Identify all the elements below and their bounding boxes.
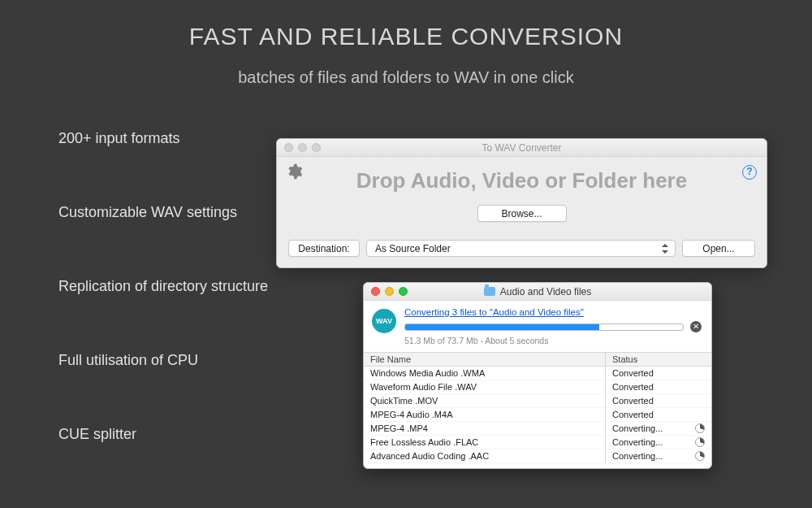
cell-filename: Advanced Audio Coding .AAC <box>364 449 606 462</box>
destination-select[interactable]: As Source Folder <box>366 240 676 257</box>
file-table: File Name Status Windows Media Audio .WM… <box>364 352 711 463</box>
help-icon[interactable]: ? <box>742 165 757 180</box>
feature-item: Full utilisation of CPU <box>58 352 268 369</box>
progress-window: Audio and Video files WAV Converting 3 f… <box>363 282 712 469</box>
cell-status: Converted <box>606 394 711 407</box>
folder-icon <box>484 287 495 296</box>
progress-bar-fill <box>405 324 599 330</box>
col-header-filename[interactable]: File Name <box>364 353 606 366</box>
chevron-updown-icon <box>662 245 668 252</box>
feature-item: CUE splitter <box>58 426 268 443</box>
progress-window-titlebar: Audio and Video files <box>364 283 711 301</box>
table-row[interactable]: QuickTime .MOVConverted <box>364 394 711 408</box>
destination-value: As Source Folder <box>375 243 451 254</box>
feature-item: Replication of directory structure <box>58 278 268 295</box>
feature-list: 200+ input formats Customizable WAV sett… <box>58 130 268 443</box>
table-row[interactable]: MPEG-4 Audio .M4AConverted <box>364 408 711 422</box>
table-row[interactable]: Free Lossless Audio .FLACConverting... <box>364 436 711 449</box>
destination-button[interactable]: Destination: <box>288 240 360 257</box>
progress-bar <box>404 323 684 331</box>
progress-text: 51.3 Mb of 73.7 Mb - About 5 seconds <box>404 336 702 345</box>
browse-button[interactable]: Browse... <box>477 205 567 222</box>
wav-badge-icon: WAV <box>372 309 396 333</box>
cell-filename: Waveform Audio File .WAV <box>364 380 606 393</box>
cancel-icon[interactable]: ✕ <box>690 321 702 332</box>
feature-item: 200+ input formats <box>58 130 268 147</box>
spinner-icon <box>695 423 705 433</box>
cell-filename: MPEG-4 Audio .M4A <box>364 408 606 421</box>
spinner-icon <box>695 451 705 461</box>
progress-window-title: Audio and Video files <box>500 286 592 297</box>
feature-item: Customizable WAV settings <box>58 204 268 221</box>
cell-filename: QuickTime .MOV <box>364 394 606 407</box>
gear-icon[interactable] <box>287 163 303 180</box>
table-row[interactable]: Waveform Audio File .WAVConverted <box>364 380 711 394</box>
drop-window-title: To WAV Converter <box>277 142 767 154</box>
col-header-status[interactable]: Status <box>606 353 711 366</box>
cell-status: Converting... <box>606 422 711 435</box>
drop-instruction: Drop Audio, Video or Folder here <box>288 168 755 193</box>
cell-status: Converted <box>606 380 711 393</box>
cell-status: Converting... <box>606 436 711 449</box>
conversion-link[interactable]: Converting 3 files to "Audio and Video f… <box>404 307 584 317</box>
table-row[interactable]: MPEG-4 .MP4Converting... <box>364 422 711 436</box>
drop-window-titlebar: To WAV Converter <box>277 139 767 157</box>
drop-window: To WAV Converter ? Drop Audio, Video or … <box>276 138 767 268</box>
cell-filename: Windows Media Audio .WMA <box>364 367 606 380</box>
table-row[interactable]: Advanced Audio Coding .AACConverting... <box>364 449 711 463</box>
cell-filename: Free Lossless Audio .FLAC <box>364 436 606 449</box>
cell-status: Converted <box>606 408 711 421</box>
cell-status: Converting... <box>606 449 711 462</box>
page-subhead: batches of files and folders to WAV in o… <box>0 50 812 87</box>
table-row[interactable]: Windows Media Audio .WMAConverted <box>364 367 711 380</box>
cell-status: Converted <box>606 367 711 380</box>
cell-filename: MPEG-4 .MP4 <box>364 422 606 435</box>
page-headline: FAST AND RELIABLE CONVERSION <box>0 0 812 50</box>
open-button[interactable]: Open... <box>682 240 755 257</box>
spinner-icon <box>695 437 705 447</box>
